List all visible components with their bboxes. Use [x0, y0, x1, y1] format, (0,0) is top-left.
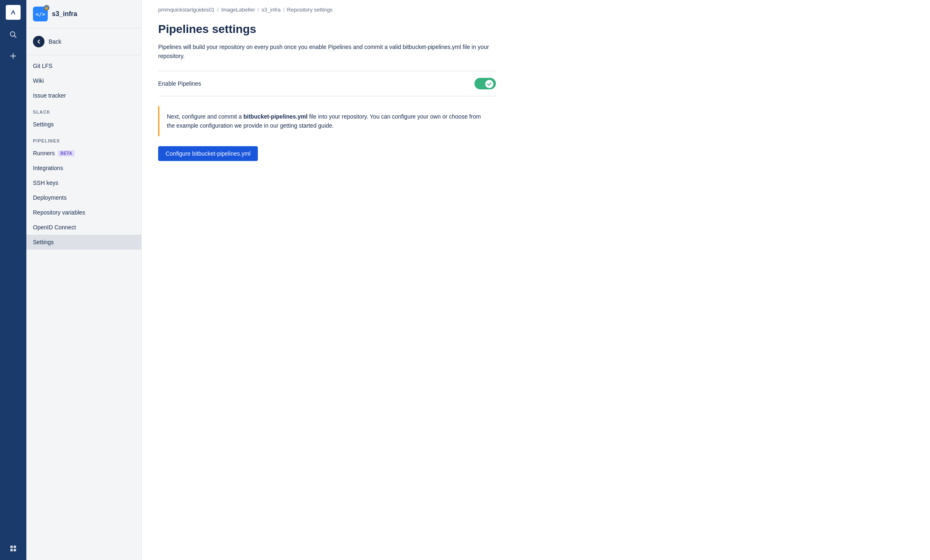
wiki-label: Wiki	[33, 77, 44, 84]
info-text-bold: bitbucket-pipelines.yml	[243, 113, 308, 120]
breadcrumb-page: Repository settings	[287, 7, 333, 13]
back-circle-icon	[33, 36, 44, 47]
openid-connect-label: OpenID Connect	[33, 224, 76, 231]
sidebar-header: </> 🔒 s3_infra	[26, 0, 141, 28]
sidebar-item-slack-settings[interactable]: Settings	[26, 117, 141, 132]
breadcrumb-sep-2: /	[257, 7, 259, 13]
global-logo[interactable]	[6, 5, 21, 20]
divider-top	[26, 55, 141, 55]
toggle-track	[474, 78, 496, 89]
page-title: Pipelines settings	[158, 23, 496, 36]
main-content: pmmquickstartguides01 / ImageLabeller / …	[142, 0, 930, 560]
breadcrumb-org[interactable]: pmmquickstartguides01	[158, 7, 215, 13]
enable-pipelines-toggle[interactable]	[474, 78, 496, 89]
toggle-thumb	[485, 80, 493, 88]
pipelines-section-label: PIPELINES	[26, 132, 141, 146]
sidebar-item-git-lfs[interactable]: Git LFS	[26, 58, 141, 73]
sidebar-item-pipelines-settings[interactable]: Settings	[26, 235, 141, 250]
repo-icon: </> 🔒	[33, 7, 48, 21]
repo-name: s3_infra	[52, 10, 77, 18]
breadcrumb-sep-1: /	[217, 7, 219, 13]
sidebar-item-issue-tracker[interactable]: Issue tracker	[26, 88, 141, 103]
configure-button[interactable]: Configure bitbucket-pipelines.yml	[158, 146, 258, 161]
deployments-label: Deployments	[33, 194, 67, 201]
sidebar-item-repo-variables[interactable]: Repository variables	[26, 205, 141, 220]
global-search-icon[interactable]	[7, 28, 20, 41]
git-lfs-label: Git LFS	[33, 63, 52, 69]
repo-variables-label: Repository variables	[33, 209, 85, 216]
sidebar: </> 🔒 s3_infra Back Git LFS Wiki Issue t…	[26, 0, 142, 560]
sidebar-item-wiki[interactable]: Wiki	[26, 73, 141, 88]
integrations-label: Integrations	[33, 165, 63, 171]
issue-tracker-label: Issue tracker	[33, 92, 66, 99]
sidebar-item-openid-connect[interactable]: OpenID Connect	[26, 220, 141, 235]
ssh-keys-label: SSH keys	[33, 180, 58, 186]
beta-badge: BETA	[58, 150, 75, 156]
breadcrumb-sep-3: /	[283, 7, 285, 13]
svg-line-2	[14, 36, 16, 38]
info-text-before: Next, configure and commit a	[167, 113, 243, 120]
slack-section-label: SLACK	[26, 103, 141, 117]
svg-rect-6	[14, 546, 16, 548]
page-description: Pipelines will build your repository on …	[158, 42, 496, 61]
sidebar-item-integrations[interactable]: Integrations	[26, 161, 141, 175]
svg-rect-8	[14, 549, 16, 551]
global-grid-icon[interactable]	[7, 542, 20, 555]
info-box-text: Next, configure and commit a bitbucket-p…	[167, 112, 488, 131]
global-add-icon[interactable]	[7, 49, 20, 63]
back-label: Back	[49, 38, 61, 45]
enable-pipelines-label: Enable Pipelines	[158, 80, 201, 87]
breadcrumb: pmmquickstartguides01 / ImageLabeller / …	[142, 0, 930, 13]
pipelines-settings-label: Settings	[33, 239, 54, 245]
info-box: Next, configure and commit a bitbucket-p…	[158, 106, 496, 136]
breadcrumb-repo[interactable]: s3_infra	[262, 7, 280, 13]
svg-rect-0	[10, 9, 16, 16]
runners-label: Runners	[33, 150, 55, 156]
slack-settings-label: Settings	[33, 121, 54, 128]
sidebar-item-deployments[interactable]: Deployments	[26, 190, 141, 205]
global-nav	[0, 0, 26, 560]
svg-rect-5	[10, 546, 13, 548]
breadcrumb-repo-parent[interactable]: ImageLabeller	[221, 7, 255, 13]
enable-pipelines-row: Enable Pipelines	[158, 71, 496, 96]
sidebar-item-ssh-keys[interactable]: SSH keys	[26, 175, 141, 190]
back-button[interactable]: Back	[26, 32, 141, 51]
svg-rect-7	[10, 549, 13, 551]
lock-icon: 🔒	[44, 5, 49, 11]
sidebar-item-runners[interactable]: Runners BETA	[26, 146, 141, 161]
sidebar-nav: Back Git LFS Wiki Issue tracker SLACK Se…	[26, 28, 141, 560]
content-area: Pipelines settings Pipelines will build …	[142, 13, 512, 177]
